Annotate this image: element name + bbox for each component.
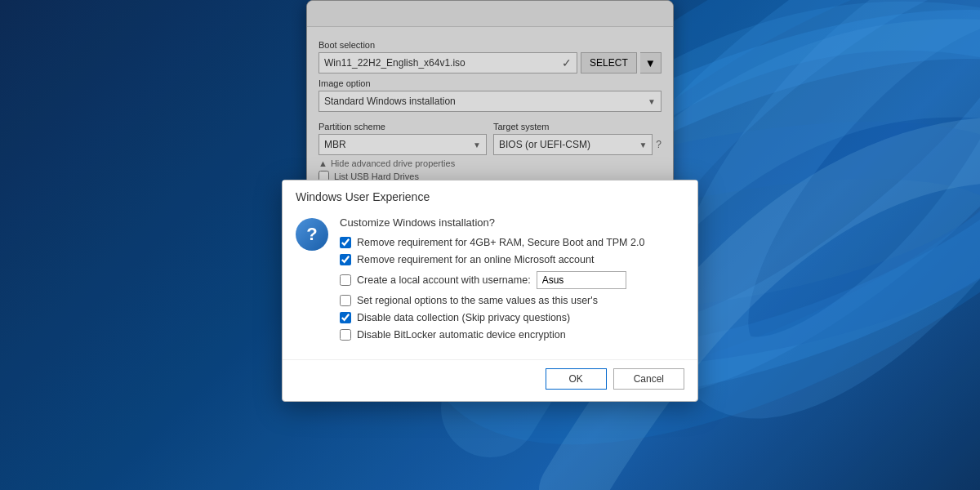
option6-checkbox[interactable] xyxy=(340,329,351,341)
dialog-overlay: Windows User Experience ? Customize Wind… xyxy=(0,0,980,490)
dialog-option-6: Disable BitLocker automatic device encry… xyxy=(340,329,684,341)
dialog-option-5: Disable data collection (Skip privacy qu… xyxy=(340,312,684,323)
windows-user-experience-dialog: Windows User Experience ? Customize Wind… xyxy=(282,180,698,402)
option1-checkbox[interactable] xyxy=(340,237,351,248)
dialog-options: Customize Windows installation? Remove r… xyxy=(340,216,684,346)
dialog-option-1: Remove requirement for 4GB+ RAM, Secure … xyxy=(340,237,684,248)
ok-button[interactable]: OK xyxy=(546,368,607,390)
dialog-titlebar: Windows User Experience xyxy=(283,180,697,210)
dialog-option-2: Remove requirement for an online Microso… xyxy=(340,254,684,265)
dialog-question-text: Customize Windows installation? xyxy=(340,216,684,229)
option5-checkbox[interactable] xyxy=(340,312,351,323)
dialog-option-3: Create a local account with username: xyxy=(340,271,684,289)
cancel-dialog-button[interactable]: Cancel xyxy=(613,368,684,390)
option2-checkbox[interactable] xyxy=(340,254,351,265)
option4-checkbox[interactable] xyxy=(340,295,351,306)
option3-checkbox[interactable] xyxy=(340,274,351,286)
dialog-footer: OK Cancel xyxy=(283,359,697,401)
username-input[interactable] xyxy=(537,271,626,289)
dialog-option-4: Set regional options to the same values … xyxy=(340,295,684,306)
dialog-body: ? Customize Windows installation? Remove… xyxy=(283,210,697,359)
dialog-question-icon: ? xyxy=(296,218,328,251)
